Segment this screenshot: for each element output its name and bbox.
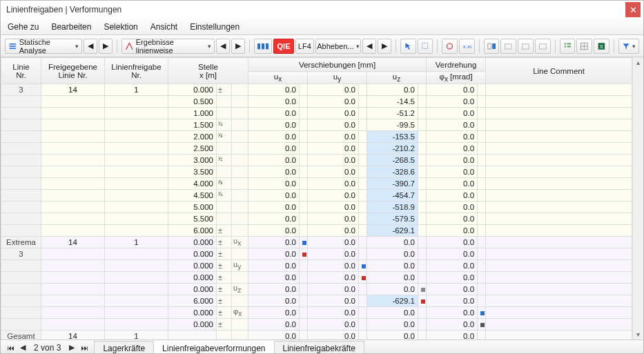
analysis-dropdown[interactable]: Statische Analyse [5, 39, 82, 54]
pager-prev-icon[interactable]: ◀ [17, 343, 28, 352]
pager-next-icon[interactable]: ▶ [66, 343, 77, 352]
qie-button[interactable]: QIE [273, 39, 293, 54]
bottom-tab[interactable]: Linienfreigabeverformungen [153, 341, 274, 354]
header-nr[interactable]: LinieNr. [1, 58, 41, 84]
svg-point-4 [447, 43, 453, 49]
header-line[interactable]: FreigegebeneLinie Nr. [41, 58, 105, 84]
table-row: 30.000±0.00.00.00.0 [1, 248, 632, 260]
svg-rect-0 [10, 43, 16, 45]
results-dropdown[interactable]: Ergebnisse linienweise [121, 39, 215, 54]
status-bar: ⏮ ◀ 2 von 3 ▶ ⏭ LagerkräfteLinienfreigab… [1, 340, 643, 354]
excel-icon[interactable]: X [594, 39, 609, 54]
bottom-tabs: LagerkräfteLinienfreigabeverformungenLin… [94, 340, 364, 354]
svg-rect-3 [422, 43, 427, 48]
svg-rect-1 [10, 46, 16, 47]
vertical-scrollbar[interactable]: ▴ ▾ [632, 57, 643, 340]
menu-bar: Gehe zu Bearbeiten Selektion Ansicht Ein… [1, 19, 643, 35]
scroll-down-icon[interactable]: ▾ [636, 331, 640, 338]
tool-icon-1[interactable] [442, 39, 458, 54]
window-title: Linienfreigaben | Verformungen [6, 5, 121, 14]
window-icon-b[interactable] [518, 39, 534, 54]
svg-rect-14 [567, 46, 571, 47]
table-row: 1.0000.00.0-51.20.0 [1, 108, 632, 119]
list-icon[interactable] [560, 39, 576, 54]
table-row: 5.5000.00.0-579.50.0 [1, 213, 632, 225]
toolbar: Statische Analyse ◀ ▶ Ergebnisse linienw… [1, 35, 643, 57]
pager-last-icon[interactable]: ⏭ [79, 344, 90, 352]
table-row: 4.000²⁄₃0.00.0-390.70.0 [1, 178, 632, 190]
menu-bearbeiten[interactable]: Bearbeiten [51, 22, 91, 32]
svg-rect-2 [10, 48, 16, 49]
table-row: Extrema1410.000±ux0.00.00.00.0 [1, 237, 632, 248]
table-row: 0.000±uz0.00.00.00.0 [1, 284, 632, 295]
results-prev-icon[interactable]: ◀ [216, 39, 230, 54]
svg-rect-13 [567, 43, 571, 44]
table-row: 0.000±uy0.00.00.00.0 [1, 260, 632, 272]
table-row: 3.5000.00.0-328.60.0 [1, 166, 632, 178]
window-icon-c[interactable] [535, 39, 551, 54]
header-uz[interactable]: uz [367, 72, 427, 84]
table-row: 2.000¹⁄₃0.00.0-153.50.0 [1, 131, 632, 143]
pager-label: 2 von 3 [30, 343, 65, 353]
window-icon-a[interactable] [500, 39, 516, 54]
table-row: 4.500³⁄₄0.00.0-454.70.0 [1, 190, 632, 201]
results-table: LinieNr. FreigegebeneLinie Nr. Linienfre… [1, 57, 632, 340]
table-row: 0.000±0.00.00.00.0 [1, 319, 632, 331]
filter-icon[interactable] [618, 39, 639, 54]
tool-icon-2[interactable]: x.xx [459, 39, 475, 54]
table-row: 0.5000.00.0-14.50.0 [1, 96, 632, 108]
header-ux[interactable]: ux [248, 72, 308, 84]
menu-selektion[interactable]: Selektion [104, 22, 137, 32]
nav-next-icon[interactable]: ▶ [99, 39, 113, 54]
pager-first-icon[interactable]: ⏮ [5, 344, 16, 352]
svg-rect-10 [540, 43, 547, 48]
svg-rect-12 [564, 46, 565, 47]
title-bar: Linienfreigaben | Verformungen ✕ [1, 1, 643, 19]
lc-prev-icon[interactable]: ◀ [362, 39, 376, 54]
bottom-tab[interactable]: Lagerkräfte [94, 341, 154, 354]
svg-rect-9 [523, 43, 529, 48]
lc-next-icon[interactable]: ▶ [378, 39, 391, 54]
svg-rect-6 [487, 43, 491, 49]
loadcase-label[interactable]: LF4 [295, 39, 314, 54]
svg-text:x.xx: x.xx [463, 43, 471, 50]
scroll-up-icon[interactable]: ▴ [636, 59, 640, 66]
table-row: 6.000±0.00.0-629.10.0 [1, 225, 632, 237]
svg-text:X: X [600, 44, 603, 50]
grid-icon[interactable] [576, 39, 592, 54]
flag-icon[interactable]: ▮▮▮ [254, 39, 272, 54]
table-row: Gesamt1410.00.00.00.0 [1, 331, 632, 340]
menu-ansicht[interactable]: Ansicht [150, 22, 177, 32]
table-row: 31410.000±0.00.00.00.0 [1, 84, 632, 96]
window-tile-icon[interactable] [484, 39, 500, 54]
table-row: 6.000±0.00.0-629.10.0 [1, 295, 632, 307]
menu-einstellungen[interactable]: Einstellungen [190, 22, 240, 32]
header-displacement-group[interactable]: Verschiebungen [mm] [248, 58, 427, 72]
header-release[interactable]: LinienfreigabeNr. [105, 58, 168, 84]
table-row: 5.0000.00.0-518.90.0 [1, 201, 632, 213]
table-row: 0.000±φx0.00.00.00.0 [1, 307, 632, 319]
header-x[interactable]: Stellex [m] [168, 58, 248, 84]
header-comment[interactable]: Line Comment [486, 58, 632, 84]
abheben-dropdown[interactable]: Abheben... [315, 39, 361, 54]
header-phi[interactable]: φx [mrad] [427, 72, 486, 84]
pager: ⏮ ◀ 2 von 3 ▶ ⏭ [1, 340, 94, 354]
table-row: 3.000¹⁄₂0.00.0-268.50.0 [1, 155, 632, 166]
svg-rect-8 [505, 43, 512, 48]
menu-gehezu[interactable]: Gehe zu [8, 22, 39, 32]
table-row: 0.000±0.00.00.00.0 [1, 272, 632, 284]
bottom-tab[interactable]: Linienfreigabekräfte [274, 341, 364, 354]
svg-rect-7 [492, 43, 496, 49]
nav-prev-icon[interactable]: ◀ [84, 39, 97, 54]
header-rotation-group[interactable]: Verdrehung [427, 58, 486, 72]
pointer-icon[interactable] [400, 39, 416, 54]
svg-rect-11 [564, 43, 565, 44]
table-row: 1.500¹⁄₄0.00.0-99.50.0 [1, 119, 632, 131]
select-box-icon[interactable] [418, 39, 433, 54]
close-button[interactable]: ✕ [625, 2, 641, 17]
results-next-icon[interactable]: ▶ [231, 39, 245, 54]
table-row: 2.5000.00.0-210.20.0 [1, 143, 632, 155]
header-uy[interactable]: uy [308, 72, 367, 84]
